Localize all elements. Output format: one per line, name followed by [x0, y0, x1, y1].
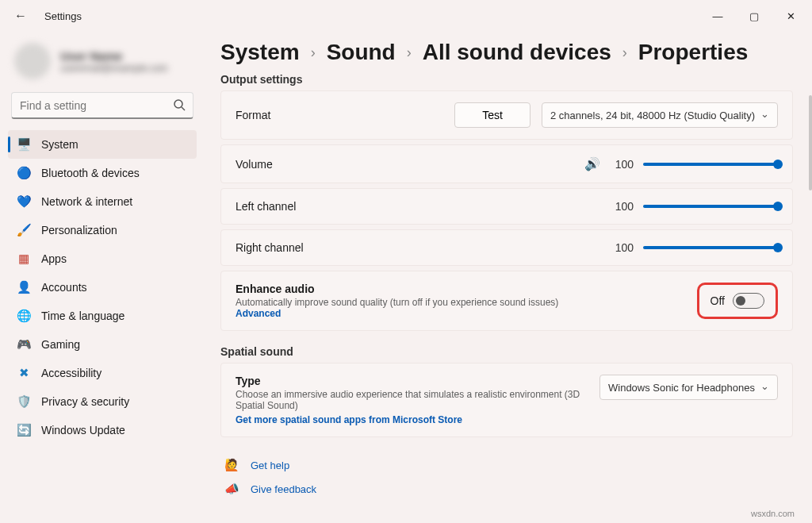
- sidebar-item-label: Accounts: [41, 281, 87, 294]
- get-help-link[interactable]: Get help: [251, 460, 289, 471]
- crumb-all-devices[interactable]: All sound devices: [423, 40, 611, 65]
- help-icon: 🙋: [224, 458, 239, 472]
- spatial-sound-heading: Spatial sound: [220, 345, 793, 358]
- update-icon: 🔄: [16, 423, 32, 437]
- chevron-right-icon: ›: [622, 44, 627, 61]
- sidebar-item-windows-update[interactable]: 🔄Windows Update: [8, 416, 197, 444]
- sidebar-item-bluetooth[interactable]: 🔵Bluetooth & devices: [8, 159, 197, 187]
- back-icon[interactable]: ←: [14, 9, 29, 23]
- bluetooth-icon: 🔵: [16, 166, 32, 180]
- sidebar-item-label: Gaming: [41, 338, 80, 351]
- search-input[interactable]: [11, 92, 193, 119]
- left-channel-label: Left channel: [236, 200, 296, 213]
- sidebar-item-label: Privacy & security: [41, 395, 129, 408]
- window-controls: — ▢ ✕: [699, 0, 809, 32]
- window-title: Settings: [44, 10, 82, 22]
- apps-icon: ▦: [16, 252, 32, 266]
- sidebar-item-accounts[interactable]: 👤Accounts: [8, 273, 197, 302]
- minimize-button[interactable]: —: [699, 0, 736, 32]
- get-help-row[interactable]: 🙋 Get help: [220, 453, 793, 477]
- enhance-audio-toggle[interactable]: [733, 293, 764, 309]
- chevron-right-icon: ›: [311, 44, 316, 61]
- spatial-type-select[interactable]: Windows Sonic for Headphones: [599, 375, 778, 400]
- highlight-annotation: Off: [697, 283, 778, 319]
- watermark: wsxdn.com: [751, 509, 795, 518]
- left-channel-card: Left channel 100: [220, 188, 793, 225]
- feedback-icon: 📣: [224, 482, 239, 496]
- titlebar: ← Settings — ▢ ✕: [0, 0, 812, 32]
- sidebar-item-label: Apps: [41, 252, 67, 265]
- enhance-audio-label: Enhance audio: [236, 283, 584, 295]
- close-button[interactable]: ✕: [772, 0, 809, 32]
- breadcrumb: System › Sound › All sound devices › Pro…: [220, 40, 793, 65]
- settings-search[interactable]: [11, 92, 193, 119]
- speaker-icon[interactable]: 🔊: [584, 156, 600, 171]
- brush-icon: 🖌️: [16, 223, 32, 237]
- sidebar-item-accessibility[interactable]: ✖Accessibility: [8, 359, 197, 387]
- left-channel-slider[interactable]: [643, 205, 778, 208]
- output-settings-heading: Output settings: [220, 73, 793, 86]
- volume-value: 100: [610, 158, 634, 171]
- profile-name: User Name: [60, 49, 168, 63]
- sidebar-nav: 🖥️System 🔵Bluetooth & devices 💙Network &…: [8, 130, 197, 444]
- sidebar-item-label: Bluetooth & devices: [41, 167, 140, 179]
- crumb-system[interactable]: System: [220, 40, 300, 65]
- enhance-audio-desc: Automatically improve sound quality (tur…: [236, 297, 558, 308]
- give-feedback-row[interactable]: 📣 Give feedback: [220, 477, 793, 501]
- format-card: Format Test 2 channels, 24 bit, 48000 Hz…: [220, 90, 793, 140]
- sidebar-item-label: System: [41, 138, 79, 151]
- format-select[interactable]: 2 channels, 24 bit, 48000 Hz (Studio Qua…: [542, 102, 778, 128]
- sidebar-item-personalization[interactable]: 🖌️Personalization: [8, 216, 197, 244]
- sidebar-item-time-language[interactable]: 🌐Time & language: [8, 302, 197, 330]
- enhance-advanced-link[interactable]: Advanced: [236, 308, 281, 319]
- sidebar-item-system[interactable]: 🖥️System: [8, 130, 197, 159]
- spatial-type-label: Type: [236, 375, 584, 387]
- display-icon: 🖥️: [16, 137, 32, 152]
- sidebar-item-network[interactable]: 💙Network & internet: [8, 187, 197, 216]
- crumb-sound[interactable]: Sound: [327, 40, 396, 65]
- accessibility-icon: ✖: [16, 366, 32, 380]
- test-button[interactable]: Test: [454, 102, 530, 128]
- format-label: Format: [236, 109, 270, 121]
- left-channel-value: 100: [610, 200, 634, 213]
- sidebar-item-label: Windows Update: [41, 424, 125, 436]
- svg-line-1: [182, 107, 185, 110]
- main-panel: System › Sound › All sound devices › Pro…: [205, 32, 812, 523]
- person-icon: 👤: [16, 280, 32, 294]
- volume-slider[interactable]: [643, 163, 778, 166]
- wifi-icon: 💙: [16, 194, 32, 209]
- svg-point-0: [174, 100, 182, 108]
- volume-label: Volume: [236, 158, 273, 171]
- right-channel-card: Right channel 100: [220, 229, 793, 266]
- spatial-store-link[interactable]: Get more spatial sound apps from Microso…: [236, 414, 462, 425]
- format-value: 2 channels, 24 bit, 48000 Hz (Studio Qua…: [550, 110, 755, 121]
- maximize-button[interactable]: ▢: [736, 0, 772, 32]
- sidebar-item-label: Time & language: [41, 310, 124, 322]
- give-feedback-link[interactable]: Give feedback: [251, 483, 316, 495]
- gamepad-icon: 🎮: [16, 337, 32, 352]
- sidebar: User Name useremail@example.com 🖥️System…: [0, 32, 205, 523]
- crumb-current: Properties: [638, 40, 749, 65]
- scrollbar[interactable]: [809, 95, 812, 190]
- spatial-type-card: Type Choose an immersive audio experienc…: [220, 363, 793, 437]
- sidebar-item-gaming[interactable]: 🎮Gaming: [8, 330, 197, 359]
- search-icon: [173, 98, 186, 113]
- sidebar-item-label: Accessibility: [41, 367, 102, 379]
- sidebar-item-label: Personalization: [41, 224, 117, 237]
- sidebar-item-privacy[interactable]: 🛡️Privacy & security: [8, 387, 197, 416]
- right-channel-value: 100: [610, 241, 634, 254]
- profile[interactable]: User Name useremail@example.com: [8, 40, 197, 92]
- enhance-toggle-state: Off: [710, 294, 725, 307]
- sidebar-item-label: Network & internet: [41, 195, 132, 208]
- right-channel-slider[interactable]: [643, 246, 778, 249]
- spatial-type-desc: Choose an immersive audio experience tha…: [236, 389, 584, 411]
- profile-email: useremail@example.com: [60, 63, 168, 74]
- sidebar-item-apps[interactable]: ▦Apps: [8, 244, 197, 273]
- shield-icon: 🛡️: [16, 394, 32, 409]
- globe-icon: 🌐: [16, 309, 32, 323]
- enhance-audio-card: Enhance audio Automatically improve soun…: [220, 271, 793, 331]
- chevron-right-icon: ›: [407, 44, 412, 61]
- spatial-type-value: Windows Sonic for Headphones: [608, 382, 755, 394]
- volume-card: Volume 🔊 100: [220, 144, 793, 183]
- right-channel-label: Right channel: [236, 241, 304, 254]
